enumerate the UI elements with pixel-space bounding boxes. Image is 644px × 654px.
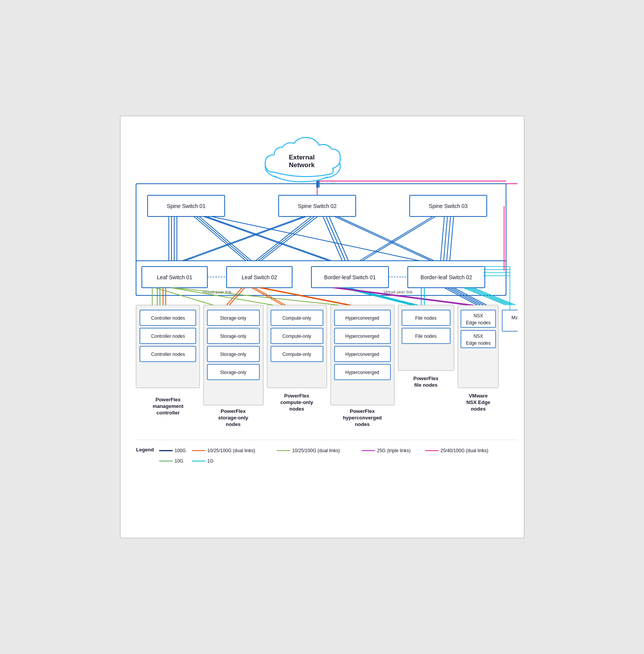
legend-orange-label: 10/25/100G (dual links) <box>207 448 255 453</box>
bl02-to-mgmt-cyan4 <box>473 288 515 305</box>
hyper-label2: hyperconverged <box>343 415 382 421</box>
s02-bl01-1 <box>323 216 342 261</box>
svg-text:Edge nodes: Edge nodes <box>466 340 490 346</box>
bl02-to-mgmt-cyan2 <box>467 288 509 305</box>
spine-switch-03-label: Spine Switch 03 <box>429 203 467 209</box>
leaf02-to-hyper-orange1 <box>259 288 348 305</box>
file-label2: file nodes <box>414 382 437 388</box>
borderleaf-switch-02-label: Border-leaf Switch 02 <box>420 274 472 280</box>
s01-l02-1 <box>194 216 246 261</box>
svg-text:Compute-only: Compute-only <box>282 352 311 357</box>
legend-pink-label: 25/40/100G (dual links) <box>441 448 488 453</box>
compute-label2: compute-only <box>280 399 313 405</box>
leaf-switch-01-label: Leaf Switch 01 <box>157 274 192 280</box>
svg-text:Storage-only: Storage-only <box>220 315 246 321</box>
spine-switch-01-label: Spine Switch 01 <box>166 203 205 209</box>
svg-text:File nodes: File nodes <box>415 315 436 321</box>
network-diagram-svg: External Network Spine Switch 01 Spine S… <box>128 124 518 528</box>
storage-label3: nodes <box>225 421 240 427</box>
external-network-label: External <box>289 154 314 161</box>
legend-olive-label: 10/25/100G (dual links) <box>292 448 340 453</box>
svg-text:Storage-only: Storage-only <box>220 370 246 375</box>
leaf02-to-hyper-orange2 <box>262 288 351 305</box>
nsx-label2: NSX Edge <box>466 399 490 405</box>
svg-text:Edge nodes: Edge nodes <box>466 320 490 325</box>
diagram-area: External Network Spine Switch 01 Spine S… <box>128 124 516 530</box>
s02-bl01-2 <box>326 216 345 261</box>
legend-10g-label: 10G <box>175 458 183 464</box>
s03-bl01-2 <box>362 216 435 261</box>
svg-text:Hyperconverged: Hyperconverged <box>345 315 379 321</box>
leaf02-to-storage-orange2 <box>229 288 245 305</box>
svg-text:Controller nodes: Controller nodes <box>151 352 185 357</box>
management-switch-box <box>502 310 518 331</box>
legend-title: Legend <box>136 447 154 453</box>
svg-text:Compute-only: Compute-only <box>282 315 311 321</box>
storage-label1: PowerFlex <box>220 408 246 414</box>
s02-l02-1 <box>256 216 311 261</box>
external-network-cloud: External Network <box>265 138 340 182</box>
compute-label3: nodes <box>289 406 304 412</box>
file-label1: PowerFlex <box>413 376 439 381</box>
storage-label2: storage-only <box>218 415 248 421</box>
svg-text:File nodes: File nodes <box>415 334 436 339</box>
external-network-label2: Network <box>289 161 315 169</box>
spine-switch-02-label: Spine Switch 02 <box>298 203 336 209</box>
svg-text:Controller nodes: Controller nodes <box>151 315 185 321</box>
svg-text:Storage-only: Storage-only <box>220 334 246 339</box>
svg-text:Hyperconverged: Hyperconverged <box>345 352 379 357</box>
svg-text:NSX: NSX <box>473 334 483 339</box>
svg-text:Hyperconverged: Hyperconverged <box>345 334 379 339</box>
legend-100g-label: 100G <box>175 448 186 453</box>
svg-text:Storage-only: Storage-only <box>220 352 246 357</box>
nsx-label3: nodes <box>471 406 485 412</box>
legend-1g-label: 1G <box>207 458 214 464</box>
legend-purple-label: 25G (triple links) <box>377 448 410 453</box>
svg-text:Hyperconverged: Hyperconverged <box>345 370 379 375</box>
svg-text:Management: Management <box>511 315 518 320</box>
main-container: External Network Spine Switch 01 Spine S… <box>120 116 525 538</box>
hyper-label3: nodes <box>355 421 369 427</box>
controller-label3: controller <box>156 410 180 416</box>
s02-bl02-1 <box>335 216 431 261</box>
svg-text:NSX: NSX <box>473 313 483 319</box>
compute-label1: PowerFlex <box>284 393 309 399</box>
leaf-switch-02-label: Leaf Switch 02 <box>242 274 277 280</box>
virtual-peer-link-2-label: Virtual peer link <box>383 290 413 294</box>
svg-text:Compute-only: Compute-only <box>282 334 311 339</box>
nsx-label1: VMware <box>469 393 488 399</box>
hyper-label1: PowerFlex <box>350 408 375 414</box>
s02-bl02-2 <box>338 216 434 261</box>
controller-label2: management <box>152 403 183 409</box>
s02-bl01-3 <box>329 216 348 261</box>
borderleaf-switch-01-label: Border-leaf Switch 01 <box>324 274 376 280</box>
s02-l01-2 <box>185 216 306 261</box>
controller-label1: PowerFlex <box>155 397 181 402</box>
s03-bl01-1 <box>360 216 433 261</box>
svg-text:Controller nodes: Controller nodes <box>151 334 185 339</box>
